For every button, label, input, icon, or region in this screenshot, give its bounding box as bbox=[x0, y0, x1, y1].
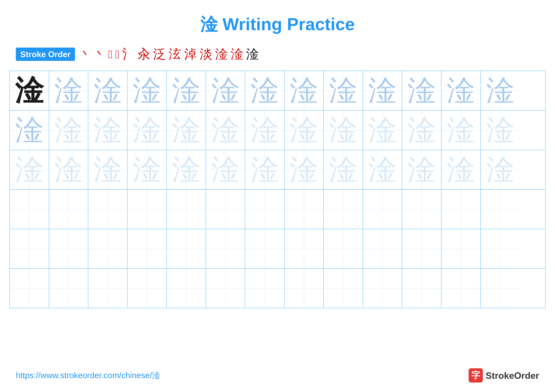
cell-1-8[interactable]: 淦 bbox=[285, 71, 324, 110]
stroke-6: 汆 bbox=[138, 46, 150, 63]
cell-6-4[interactable] bbox=[128, 269, 167, 308]
cell-6-11[interactable] bbox=[402, 269, 441, 308]
cell-6-2[interactable] bbox=[49, 269, 88, 308]
cell-2-8[interactable]: 淦 bbox=[285, 111, 324, 150]
cell-1-7[interactable]: 淦 bbox=[245, 71, 285, 110]
cell-4-12[interactable] bbox=[441, 190, 481, 229]
cell-2-12[interactable]: 淦 bbox=[441, 111, 481, 150]
char-display: 淦 bbox=[486, 116, 514, 144]
cell-1-13[interactable]: 淦 bbox=[481, 71, 520, 110]
cell-2-5[interactable]: 淦 bbox=[167, 111, 206, 150]
cell-4-11[interactable] bbox=[402, 190, 441, 229]
cell-3-7[interactable]: 淦 bbox=[245, 150, 285, 189]
cell-3-11[interactable]: 淦 bbox=[402, 150, 441, 189]
cell-4-13[interactable] bbox=[481, 190, 520, 229]
cell-2-2[interactable]: 淦 bbox=[49, 111, 88, 150]
stroke-5: 氵 bbox=[122, 46, 135, 63]
cell-6-13[interactable] bbox=[481, 269, 520, 308]
cell-3-10[interactable]: 淦 bbox=[363, 150, 402, 189]
logo-text: StrokeOrder bbox=[486, 370, 539, 381]
cell-1-6[interactable]: 淦 bbox=[206, 71, 245, 110]
cell-1-12[interactable]: 淦 bbox=[441, 71, 481, 110]
cell-5-1[interactable] bbox=[10, 229, 49, 268]
cell-1-11[interactable]: 淦 bbox=[402, 71, 441, 110]
cell-1-9[interactable]: 淦 bbox=[324, 71, 363, 110]
cell-4-10[interactable] bbox=[363, 190, 402, 229]
cell-5-9[interactable] bbox=[324, 229, 363, 268]
stroke-12: 淦 bbox=[231, 46, 243, 63]
cell-4-8[interactable] bbox=[285, 190, 324, 229]
cell-1-2[interactable]: 淦 bbox=[49, 71, 88, 110]
cell-5-10[interactable] bbox=[363, 229, 402, 268]
cell-2-6[interactable]: 淦 bbox=[206, 111, 245, 150]
cell-6-7[interactable] bbox=[245, 269, 285, 308]
cell-6-9[interactable] bbox=[324, 269, 363, 308]
cell-1-5[interactable]: 淦 bbox=[167, 71, 206, 110]
footer-logo: 字 StrokeOrder bbox=[469, 368, 539, 383]
cell-5-3[interactable] bbox=[88, 229, 128, 268]
cell-4-2[interactable] bbox=[49, 190, 88, 229]
cell-2-3[interactable]: 淦 bbox=[88, 111, 128, 150]
cell-4-1[interactable] bbox=[10, 190, 49, 229]
cell-3-2[interactable]: 淦 bbox=[49, 150, 88, 189]
title-character: 淦 bbox=[200, 14, 218, 34]
cell-2-7[interactable]: 淦 bbox=[245, 111, 285, 150]
char-display: 淦 bbox=[211, 116, 240, 144]
char-display: 淦 bbox=[290, 76, 318, 105]
cell-4-3[interactable] bbox=[88, 190, 128, 229]
char-display: 淦 bbox=[94, 76, 122, 105]
cell-3-13[interactable]: 淦 bbox=[481, 150, 520, 189]
cell-6-12[interactable] bbox=[441, 269, 481, 308]
cell-3-5[interactable]: 淦 bbox=[167, 150, 206, 189]
cell-4-7[interactable] bbox=[245, 190, 285, 229]
cell-2-9[interactable]: 淦 bbox=[324, 111, 363, 150]
stroke-3: 𠃊 bbox=[108, 48, 112, 61]
grid-row-4 bbox=[10, 190, 545, 229]
cell-4-5[interactable] bbox=[167, 190, 206, 229]
cell-6-3[interactable] bbox=[88, 269, 128, 308]
cell-5-13[interactable] bbox=[481, 229, 520, 268]
cell-5-8[interactable] bbox=[285, 229, 324, 268]
cell-1-4[interactable]: 淦 bbox=[128, 71, 167, 110]
cell-3-4[interactable]: 淦 bbox=[128, 150, 167, 189]
cell-6-10[interactable] bbox=[363, 269, 402, 308]
cell-2-1[interactable]: 淦 bbox=[10, 111, 49, 150]
cell-1-10[interactable]: 淦 bbox=[363, 71, 402, 110]
grid-row-2: 淦 淦 淦 淦 淦 淦 淦 淦 淦 淦 淦 淦 淦 bbox=[10, 111, 545, 150]
grid-row-3: 淦 淦 淦 淦 淦 淦 淦 淦 淦 淦 淦 淦 淦 bbox=[10, 150, 545, 190]
cell-6-5[interactable] bbox=[167, 269, 206, 308]
cell-2-13[interactable]: 淦 bbox=[481, 111, 520, 150]
char-display: 淦 bbox=[94, 156, 122, 184]
cell-4-9[interactable] bbox=[324, 190, 363, 229]
cell-2-11[interactable]: 淦 bbox=[402, 111, 441, 150]
cell-5-5[interactable] bbox=[167, 229, 206, 268]
cell-1-1[interactable]: 淦 bbox=[10, 71, 49, 110]
grid-row-1: 淦 淦 淦 淦 淦 淦 淦 淦 淦 淦 淦 淦 淦 bbox=[10, 71, 545, 111]
cell-6-6[interactable] bbox=[206, 269, 245, 308]
cell-5-7[interactable] bbox=[245, 229, 285, 268]
cell-3-6[interactable]: 淦 bbox=[206, 150, 245, 189]
cell-6-1[interactable] bbox=[10, 269, 49, 308]
char-display: 淦 bbox=[407, 156, 436, 184]
cell-2-10[interactable]: 淦 bbox=[363, 111, 402, 150]
cell-5-12[interactable] bbox=[441, 229, 481, 268]
stroke-13: 淦 bbox=[246, 46, 259, 63]
footer-url[interactable]: https://www.strokeorder.com/chinese/淦 bbox=[16, 370, 160, 381]
cell-5-6[interactable] bbox=[206, 229, 245, 268]
cell-2-4[interactable]: 淦 bbox=[128, 111, 167, 150]
cell-3-3[interactable]: 淦 bbox=[88, 150, 128, 189]
char-display: 淦 bbox=[368, 76, 397, 105]
cell-4-4[interactable] bbox=[128, 190, 167, 229]
cell-1-3[interactable]: 淦 bbox=[88, 71, 128, 110]
cell-5-2[interactable] bbox=[49, 229, 88, 268]
cell-3-1[interactable]: 淦 bbox=[10, 150, 49, 189]
char-display: 淦 bbox=[54, 156, 83, 184]
cell-5-4[interactable] bbox=[128, 229, 167, 268]
cell-6-8[interactable] bbox=[285, 269, 324, 308]
cell-4-6[interactable] bbox=[206, 190, 245, 229]
cell-5-11[interactable] bbox=[402, 229, 441, 268]
cell-3-8[interactable]: 淦 bbox=[285, 150, 324, 189]
cell-3-12[interactable]: 淦 bbox=[441, 150, 481, 189]
char-display: 淦 bbox=[368, 116, 397, 144]
cell-3-9[interactable]: 淦 bbox=[324, 150, 363, 189]
